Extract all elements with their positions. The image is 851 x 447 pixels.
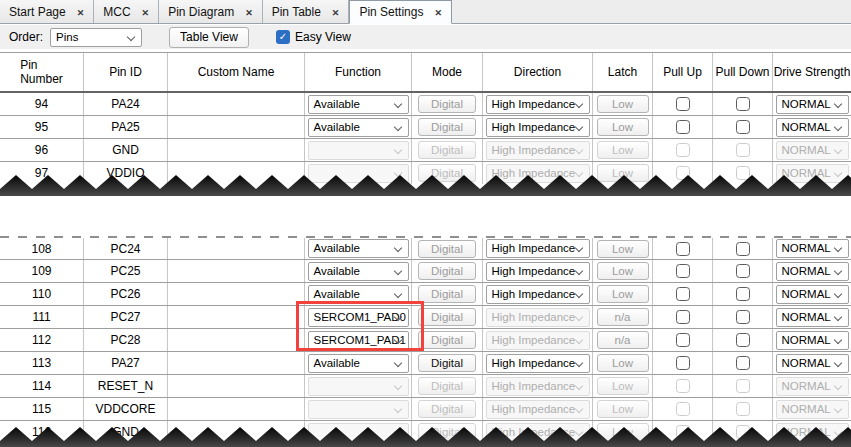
pullup-checkbox[interactable] xyxy=(676,356,690,370)
function-cell xyxy=(305,421,412,443)
tab-pin-diagram[interactable]: Pin Diagram✕ xyxy=(159,0,263,23)
function-select[interactable]: Available xyxy=(308,239,409,258)
custom-name-cell[interactable] xyxy=(168,238,305,259)
chevron-down-icon xyxy=(574,99,582,107)
function-cell: Available xyxy=(305,238,412,259)
direction-select-value: High Impedance xyxy=(492,288,576,300)
drive-strength-select[interactable]: NORMAL xyxy=(776,285,849,304)
table-view-button[interactable]: Table View xyxy=(169,27,249,48)
drive-strength-select[interactable]: NORMAL xyxy=(776,95,849,114)
easy-view-checkbox[interactable]: ✓ xyxy=(276,30,290,44)
mode-cell: Digital xyxy=(412,329,483,351)
pullup-checkbox[interactable] xyxy=(676,97,690,111)
column-header-latch: Latch xyxy=(593,53,653,91)
tab-mcc[interactable]: MCC✕ xyxy=(94,0,159,23)
mode-button: Digital xyxy=(418,308,476,326)
function-select[interactable]: Available xyxy=(308,354,409,373)
mode-cell: Digital xyxy=(412,162,483,184)
pullup-checkbox[interactable] xyxy=(676,264,690,278)
custom-name-cell[interactable] xyxy=(168,352,305,374)
direction-select-value: High Impedance xyxy=(492,98,576,110)
function-select[interactable]: Available xyxy=(308,118,409,137)
custom-name-cell[interactable] xyxy=(168,116,305,138)
function-select[interactable]: SERCOM1_PAD0 xyxy=(308,308,409,327)
pulldown-checkbox[interactable] xyxy=(736,242,750,256)
drive-strength-select[interactable]: NORMAL xyxy=(776,118,849,137)
table-row-pin-97: 97VDDIODigitalHigh ImpedanceLowNORMAL xyxy=(0,162,851,185)
tab-start-page[interactable]: Start Page✕ xyxy=(0,0,94,23)
pull-up-cell xyxy=(653,375,713,397)
direction-select-value: High Impedance xyxy=(492,121,576,133)
order-select[interactable]: Pins xyxy=(50,28,142,47)
drive-strength-select[interactable]: NORMAL xyxy=(776,331,849,350)
pin-number-cell: 97 xyxy=(0,162,84,184)
pulldown-checkbox[interactable] xyxy=(736,97,750,111)
tab-close-icon[interactable]: ✕ xyxy=(434,8,442,18)
direction-select: High Impedance xyxy=(486,164,590,183)
pin-number-cell: 94 xyxy=(0,93,84,115)
direction-select: High Impedance xyxy=(486,141,590,160)
pulldown-checkbox[interactable] xyxy=(736,333,750,347)
drive-strength-cell: NORMAL xyxy=(773,398,851,420)
drive-strength-select[interactable]: NORMAL xyxy=(776,262,849,281)
tab-pin-settings[interactable]: Pin Settings✕ xyxy=(349,0,452,24)
function-select[interactable]: SERCOM1_PAD1 xyxy=(308,331,409,350)
drive-strength-select[interactable]: NORMAL xyxy=(776,239,849,258)
drive-strength-select[interactable]: NORMAL xyxy=(776,308,849,327)
pin-id-cell: PA25 xyxy=(84,116,168,138)
direction-select[interactable]: High Impedance xyxy=(486,354,590,373)
function-select[interactable]: Available xyxy=(308,95,409,114)
custom-name-cell[interactable] xyxy=(168,93,305,115)
custom-name-cell[interactable] xyxy=(168,283,305,305)
tab-pin-table[interactable]: Pin Table✕ xyxy=(263,0,350,23)
custom-name-cell[interactable] xyxy=(168,329,305,351)
function-cell: Available xyxy=(305,260,412,282)
direction-select[interactable]: High Impedance xyxy=(486,262,590,281)
pull-up-cell xyxy=(653,398,713,420)
pulldown-checkbox[interactable] xyxy=(736,287,750,301)
direction-select[interactable]: High Impedance xyxy=(486,239,590,258)
pullup-checkbox[interactable] xyxy=(676,310,690,324)
drive-strength-select: NORMAL xyxy=(776,164,849,183)
tab-close-icon[interactable]: ✕ xyxy=(77,8,85,18)
direction-select[interactable]: High Impedance xyxy=(486,118,590,137)
pullup-checkbox[interactable] xyxy=(676,242,690,256)
direction-select-value: High Impedance xyxy=(492,380,576,392)
latch-cell: Low xyxy=(593,398,653,420)
custom-name-cell xyxy=(168,398,305,420)
direction-select-value: High Impedance xyxy=(492,426,576,438)
latch-button: Low xyxy=(597,95,649,113)
pin-id-cell: GND xyxy=(84,421,168,443)
drive-strength-select-value: NORMAL xyxy=(782,426,831,438)
pullup-checkbox xyxy=(676,143,690,157)
pulldown-checkbox[interactable] xyxy=(736,264,750,278)
tab-label: Pin Settings xyxy=(359,5,423,19)
custom-name-cell[interactable] xyxy=(168,306,305,328)
tab-close-icon[interactable]: ✕ xyxy=(245,8,253,18)
pullup-checkbox[interactable] xyxy=(676,120,690,134)
pulldown-checkbox[interactable] xyxy=(736,120,750,134)
function-select[interactable]: Available xyxy=(308,262,409,281)
drive-strength-select: NORMAL xyxy=(776,423,849,442)
custom-name-cell[interactable] xyxy=(168,260,305,282)
drive-strength-select[interactable]: NORMAL xyxy=(776,354,849,373)
pullup-checkbox[interactable] xyxy=(676,287,690,301)
chevron-down-icon xyxy=(833,145,841,153)
tab-close-icon[interactable]: ✕ xyxy=(142,8,150,18)
pullup-checkbox xyxy=(676,379,690,393)
function-select[interactable]: Available xyxy=(308,285,409,304)
mode-cell: Digital xyxy=(412,421,483,443)
direction-select[interactable]: High Impedance xyxy=(486,285,590,304)
function-cell xyxy=(305,162,412,184)
tab-close-icon[interactable]: ✕ xyxy=(332,8,340,18)
pulldown-checkbox[interactable] xyxy=(736,356,750,370)
mode-button[interactable]: Digital xyxy=(418,354,476,372)
pulldown-checkbox[interactable] xyxy=(736,310,750,324)
pullup-checkbox[interactable] xyxy=(676,333,690,347)
pin-id-cell: PA27 xyxy=(84,352,168,374)
drive-strength-select-value: NORMAL xyxy=(782,311,831,323)
pin-number-cell: 108 xyxy=(0,238,84,259)
direction-select[interactable]: High Impedance xyxy=(486,95,590,114)
chevron-down-icon xyxy=(574,381,582,389)
column-header-function: Function xyxy=(305,53,412,91)
